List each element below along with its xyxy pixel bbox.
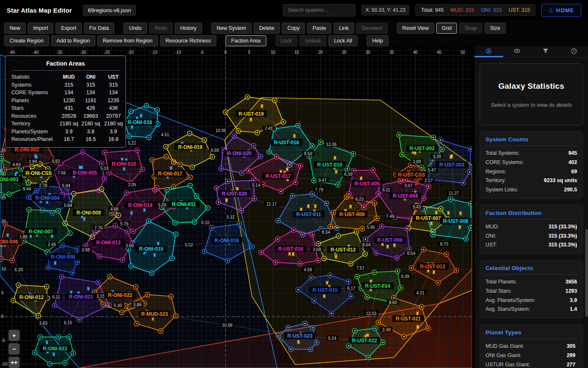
toolbar-button-reset-view[interactable]: Reset View — [397, 23, 434, 34]
toolbar-button-history[interactable]: History — [175, 23, 202, 34]
search-input[interactable] — [283, 4, 355, 16]
svg-text:8.64: 8.64 — [362, 243, 371, 247]
sidebar-sections: System CountsTotal Systems:945CORE Syste… — [480, 131, 583, 368]
svg-text:6.11: 6.11 — [52, 295, 60, 299]
stat-label: Avg. Stars/System: — [486, 305, 530, 314]
svg-text:12.17: 12.17 — [266, 202, 277, 207]
stat-value: 305 — [567, 342, 575, 351]
region-label: R-UST-020 — [222, 191, 247, 197]
faction-table-header: MUD — [58, 74, 79, 80]
section-rows-planet-types[interactable]: MUD Gas Giant:305ONI Gas Giant:299USTUR … — [486, 342, 577, 368]
svg-text:-40: -40 — [33, 50, 39, 55]
region-label: R-UST-009 — [339, 212, 365, 217]
toolbar-row-2: Create RegionAdd to RegionRemove from Re… — [4, 35, 584, 46]
stat-label: Avg. Planets/System: — [486, 296, 536, 305]
faction-table-cell: 2180 sq — [102, 121, 125, 127]
home-button[interactable]: ⌂HOME — [541, 4, 581, 17]
svg-text:10: 10 — [1, 267, 6, 271]
stat-value: 1293 — [565, 287, 577, 296]
sidebar-tabs — [475, 46, 588, 58]
zoom-reset-button[interactable]: ++ — [8, 357, 20, 368]
zoom-in-button[interactable]: + — [8, 330, 20, 341]
stat-value: 315 (33.3%) — [549, 232, 577, 241]
svg-text:13.03: 13.03 — [366, 311, 376, 316]
faction-table-cell: 16.7 — [58, 136, 79, 142]
faction-table-cell: Territory — [11, 121, 58, 127]
stat-value: 3.9 — [570, 296, 577, 305]
svg-text:-5: -5 — [1, 338, 5, 343]
svg-text:3.98: 3.98 — [81, 248, 90, 252]
tab-filter[interactable] — [531, 46, 560, 57]
toolbar-button-help[interactable]: Help — [367, 35, 388, 46]
faction-areas-table: StatisticMUDONIUSTSystems315315315CORE S… — [11, 74, 120, 142]
region-label: R-ONI-019 — [178, 144, 202, 150]
svg-text:4.84: 4.84 — [13, 162, 21, 167]
tab-history[interactable] — [560, 46, 588, 57]
core-system-icon: ♜ — [291, 252, 295, 257]
tab-visibility[interactable] — [503, 46, 532, 57]
toolbar-button-lock-all[interactable]: Lock All — [328, 35, 357, 46]
stat-label: System Links: — [486, 185, 518, 195]
toolbar-button-link[interactable]: Link — [333, 23, 354, 34]
svg-text:-25: -25 — [104, 50, 110, 55]
toolbar-button-new-system[interactable]: New System — [211, 23, 252, 34]
stat-row: MUD Gas Giant:305 — [486, 342, 575, 351]
toolbar-button-add-to-region[interactable]: Add to Region — [51, 35, 95, 46]
svg-text:10: 10 — [270, 50, 276, 55]
stat-value: 315 (33.3%) — [549, 241, 577, 250]
toolbar: NewImportExportFix DataUndoRedoHistoryNe… — [0, 20, 588, 49]
svg-text:5.29: 5.29 — [158, 203, 166, 207]
stat-label: ONI Gas Giant: — [486, 351, 521, 360]
region-label: R-ONI-004 — [35, 195, 60, 201]
toolbar-button-copy[interactable]: Copy — [282, 23, 305, 34]
stat-value: 299 — [567, 351, 575, 360]
tab-selection[interactable] — [475, 46, 503, 57]
faction-table-cell: 2180 sq — [79, 121, 102, 127]
svg-text:8.50: 8.50 — [304, 151, 312, 156]
region-label: R-UST-017 — [265, 173, 291, 179]
toolbar-button-undo[interactable]: Undo — [123, 23, 147, 34]
core-system-icon: ♜ — [333, 155, 337, 161]
svg-text:5.02: 5.02 — [185, 243, 193, 247]
stat-row: ONI Gas Giant:299 — [486, 351, 575, 360]
page-scrollbar-thumb[interactable] — [585, 229, 588, 317]
toolbar-button-size[interactable]: Size — [485, 23, 506, 34]
section-faction-distribution: Faction DistributionMUD:315 (33.3%)ONI:3… — [480, 205, 583, 254]
stat-row: Avg. Stars/System:1.4 — [486, 305, 577, 314]
stat-row: Total Planets:3656 — [486, 278, 577, 287]
region-label: R-ONI-006 — [0, 239, 18, 245]
toolbar-button-import[interactable]: Import — [28, 23, 53, 34]
svg-text:11.27: 11.27 — [449, 191, 459, 196]
core-system-icon: ♜ — [5, 233, 10, 238]
svg-text:2.05: 2.05 — [128, 183, 136, 187]
toolbar-button-resource-richness[interactable]: Resource Richness — [160, 35, 216, 46]
region-label: R-UST-014 — [365, 283, 390, 289]
toolbar-button-paste[interactable]: Paste — [307, 23, 331, 34]
toolbar-button-create-region[interactable]: Create Region — [4, 35, 49, 46]
region-label: R-UST-021 — [396, 316, 421, 322]
galaxy-statistics-title: Galaxy Statistics — [485, 82, 578, 91]
region-label: R-UST-012 — [331, 247, 356, 253]
toolbar-button-new[interactable]: New — [4, 23, 26, 34]
core-system-icon: ♜ — [260, 103, 264, 109]
toolbar-button-fix-data[interactable]: Fix Data — [84, 23, 115, 34]
stat-value: 402 — [568, 158, 577, 167]
svg-text:7.57: 7.57 — [356, 266, 365, 270]
svg-text:5.79: 5.79 — [120, 222, 129, 226]
section-planet-types: Planet TypesMUD Gas Giant:305ONI Gas Gia… — [480, 324, 583, 368]
svg-text:3.86: 3.86 — [133, 302, 142, 307]
toolbar-button-faction-area[interactable]: Faction Area — [226, 35, 266, 46]
toolbar-button-export[interactable]: Export — [55, 23, 81, 34]
zoom-out-button[interactable]: − — [8, 343, 20, 355]
stat-label: USTUR Gas Giant: — [486, 360, 530, 368]
faction-areas-title: Faction Areas — [11, 60, 120, 67]
svg-text:10.06: 10.06 — [215, 128, 226, 133]
toolbar-button-grid[interactable]: Grid — [436, 23, 457, 34]
faction-table-cell: 19663 — [79, 113, 102, 119]
faction-table-cell: 315 — [58, 82, 79, 88]
toolbar-button-delete[interactable]: Delete — [254, 23, 280, 34]
region-label: R-UST-010 — [317, 162, 342, 168]
svg-text:4.21: 4.21 — [416, 291, 425, 295]
galaxy-statistics-card: Galaxy Statistics Select a system to vie… — [480, 64, 583, 125]
toolbar-button-remove-from-region[interactable]: Remove from Region — [97, 35, 158, 46]
